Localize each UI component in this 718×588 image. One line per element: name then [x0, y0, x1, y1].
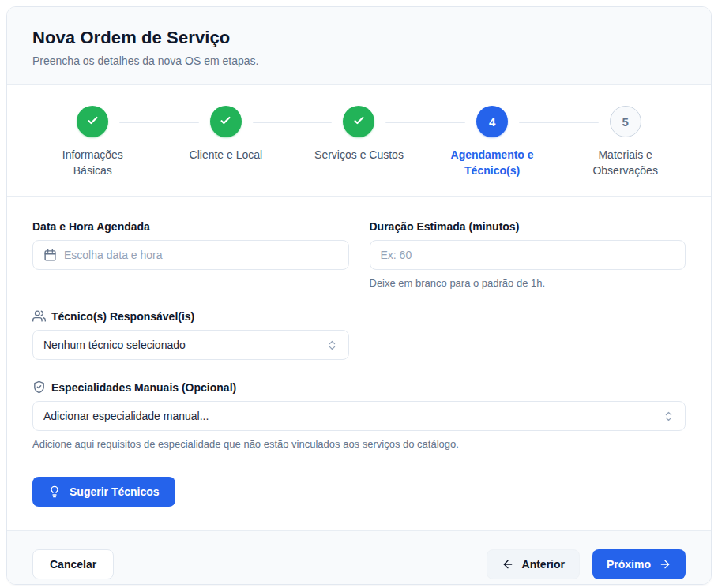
technicians-label-text: Técnico(s) Responsável(is)	[51, 310, 194, 323]
wizard-stepper: Informações Básicas Cliente e Local Serv…	[7, 85, 711, 197]
step-materiais-e-observacoes[interactable]: 5 Materiais e Observações	[558, 106, 692, 178]
estimated-duration-input[interactable]: Ex: 60	[370, 240, 686, 270]
manual-specialties-field-group: Especialidades Manuais (Opcional) Adicio…	[32, 380, 686, 450]
shield-check-icon	[32, 380, 46, 394]
scheduled-datetime-field-group: Data e Hora Agendada Escolha data e hora	[32, 220, 349, 289]
check-icon	[86, 114, 100, 129]
scheduled-datetime-label-text: Data e Hora Agendada	[32, 220, 150, 233]
users-icon	[32, 309, 46, 323]
new-service-order-dialog: Nova Ordem de Serviço Preencha os detalh…	[6, 6, 712, 585]
dialog-header: Nova Ordem de Serviço Preencha os detalh…	[7, 7, 711, 85]
technicians-field-group: Técnico(s) Responsável(is) Nenhum técnic…	[32, 309, 349, 360]
manual-specialties-select[interactable]: Adicionar especialidade manual...	[32, 401, 686, 431]
next-button[interactable]: Próximo	[592, 549, 686, 579]
technicians-select-value: Nenhum técnico selecionado	[43, 339, 319, 351]
arrow-left-icon	[502, 558, 514, 571]
step-2-circle	[210, 106, 242, 137]
scheduled-datetime-input[interactable]: Escolha data e hora	[32, 240, 349, 270]
manual-specialties-label: Especialidades Manuais (Opcional)	[32, 380, 686, 394]
cancel-label: Cancelar	[50, 558, 96, 571]
step-5-circle: 5	[610, 106, 641, 137]
manual-specialties-helper: Adicione aqui requisitos de especialidad…	[32, 438, 686, 450]
previous-label: Anterior	[522, 558, 565, 571]
cancel-button[interactable]: Cancelar	[32, 549, 114, 579]
estimated-duration-label-text: Duração Estimada (minutos)	[370, 220, 520, 233]
estimated-duration-helper: Deixe em branco para o padrão de 1h.	[370, 277, 686, 289]
check-icon	[219, 114, 232, 129]
step-1-circle	[77, 106, 108, 137]
step-informacoes-basicas[interactable]: Informações Básicas	[26, 106, 160, 178]
step-5-label: Materiais e Observações	[579, 147, 672, 178]
suggest-technicians-button[interactable]: Sugerir Técnicos	[32, 477, 175, 507]
step-3-label: Serviços e Custos	[314, 147, 404, 163]
step-1-label: Informações Básicas	[46, 147, 139, 178]
step-3-circle	[343, 106, 374, 137]
page-title: Nova Ordem de Serviço	[32, 28, 686, 48]
technicians-select[interactable]: Nenhum técnico selecionado	[32, 330, 349, 360]
check-icon	[352, 114, 366, 129]
step-cliente-e-local[interactable]: Cliente e Local	[160, 106, 293, 178]
step-2-label: Cliente e Local	[190, 147, 263, 163]
arrow-right-icon	[659, 558, 671, 571]
chevrons-up-down-icon	[663, 410, 675, 422]
lightbulb-icon	[48, 485, 61, 498]
suggest-technicians-label: Sugerir Técnicos	[70, 485, 160, 498]
technicians-label: Técnico(s) Responsável(is)	[32, 309, 349, 323]
step-4-circle: 4	[476, 106, 508, 137]
estimated-duration-label: Duração Estimada (minutos)	[370, 220, 686, 233]
step-4-label: Agendamento e Técnico(s)	[445, 147, 539, 178]
step-servicos-e-custos[interactable]: Serviços e Custos	[292, 106, 426, 178]
page-subtitle: Preencha os detalhes da nova OS em etapa…	[32, 54, 686, 67]
calendar-icon	[43, 249, 57, 262]
previous-button[interactable]: Anterior	[487, 549, 580, 579]
chevrons-up-down-icon	[326, 339, 338, 351]
step-content: Data e Hora Agendada Escolha data e hora…	[7, 197, 711, 530]
estimated-duration-placeholder: Ex: 60	[381, 249, 412, 261]
scheduled-datetime-placeholder: Escolha data e hora	[64, 249, 163, 261]
next-label: Próximo	[607, 558, 651, 571]
estimated-duration-field-group: Duração Estimada (minutos) Ex: 60 Deixe …	[370, 220, 686, 289]
manual-specialties-label-text: Especialidades Manuais (Opcional)	[51, 381, 236, 394]
scheduled-datetime-label: Data e Hora Agendada	[32, 220, 349, 233]
step-agendamento-e-tecnicos[interactable]: 4 Agendamento e Técnico(s)	[426, 106, 559, 178]
manual-specialties-select-value: Adicionar especialidade manual...	[43, 410, 656, 422]
dialog-footer: Cancelar Anterior Próximo	[7, 530, 711, 585]
